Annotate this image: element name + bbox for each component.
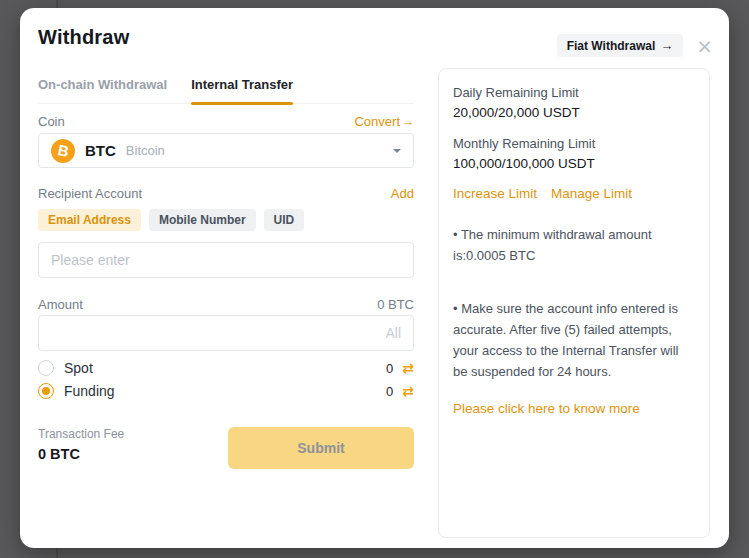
submit-button[interactable]: Submit	[228, 427, 414, 469]
withdraw-form: On-chain Withdrawal Internal Transfer Co…	[38, 8, 414, 469]
funding-balance: 0	[386, 384, 393, 399]
transfer-icon[interactable]: ⇄	[402, 384, 414, 398]
fee-block: Transaction Fee 0 BTC	[38, 427, 124, 462]
daily-limit-block: Daily Remaining Limit 20,000/20,000 USDT	[453, 84, 695, 122]
chip-mobile-number[interactable]: Mobile Number	[149, 209, 256, 231]
monthly-limit-block: Monthly Remaining Limit 100,000/100,000 …	[453, 135, 695, 173]
daily-limit-value: 20,000/20,000 USDT	[453, 104, 695, 122]
fiat-withdrawal-label: Fiat Withdrawal	[567, 39, 656, 53]
coin-symbol: BTC	[85, 142, 116, 159]
daily-limit-label: Daily Remaining Limit	[453, 84, 695, 101]
fee-label: Transaction Fee	[38, 427, 124, 441]
amount-input[interactable]	[38, 315, 414, 351]
funding-account-row[interactable]: Funding 0 ⇄	[38, 382, 414, 400]
amount-balance: 0 BTC	[377, 297, 414, 312]
fiat-withdrawal-button[interactable]: Fiat Withdrawal →	[557, 34, 684, 57]
limit-links: Increase Limit Manage Limit	[453, 186, 695, 201]
funding-label: Funding	[64, 383, 115, 399]
spot-balance: 0	[386, 361, 393, 376]
chip-uid[interactable]: UID	[264, 209, 305, 231]
account-accuracy-note: • Make sure the account info entered is …	[453, 298, 695, 382]
withdraw-modal: Withdraw Fiat Withdrawal → × On-chain Wi…	[20, 8, 729, 548]
chevron-down-icon	[393, 149, 401, 153]
increase-limit-link[interactable]: Increase Limit	[453, 186, 537, 201]
min-withdrawal-note: • The minimum withdrawal amount is:0.000…	[453, 224, 695, 266]
add-link[interactable]: Add	[391, 186, 414, 201]
tab-onchain-withdrawal[interactable]: On-chain Withdrawal	[38, 77, 167, 103]
recipient-row: Recipient Account Add	[38, 186, 414, 201]
monthly-limit-label: Monthly Remaining Limit	[453, 135, 695, 152]
recipient-input[interactable]	[38, 242, 414, 278]
fee-value: 0 BTC	[38, 446, 124, 462]
tab-internal-transfer[interactable]: Internal Transfer	[191, 77, 293, 103]
know-more-link[interactable]: Please click here to know more	[453, 401, 695, 416]
form-footer: Transaction Fee 0 BTC Submit	[38, 427, 414, 469]
manage-limit-link[interactable]: Manage Limit	[551, 186, 632, 201]
header-actions: Fiat Withdrawal → ×	[557, 34, 713, 57]
amount-row: Amount 0 BTC	[38, 297, 414, 312]
convert-link-label: Convert	[354, 114, 400, 129]
spot-account-row[interactable]: Spot 0 ⇄	[38, 359, 414, 377]
amount-label: Amount	[38, 297, 83, 312]
btc-coin-icon: B	[51, 139, 75, 163]
close-icon[interactable]: ×	[696, 39, 713, 53]
recipient-type-chips: Email Address Mobile Number UID	[38, 209, 414, 231]
coin-label: Coin	[38, 114, 65, 129]
limits-info-panel: Daily Remaining Limit 20,000/20,000 USDT…	[438, 68, 710, 538]
funding-radio[interactable]	[38, 383, 54, 399]
withdrawal-tabs: On-chain Withdrawal Internal Transfer	[38, 77, 414, 104]
transfer-icon[interactable]: ⇄	[402, 361, 414, 375]
arrow-right-icon: →	[401, 114, 414, 129]
coin-row: Coin Convert →	[38, 114, 414, 129]
convert-link[interactable]: Convert →	[354, 114, 414, 129]
arrow-right-icon: →	[660, 38, 673, 53]
spot-label: Spot	[64, 360, 93, 376]
coin-select[interactable]: B BTC Bitcoin	[38, 133, 414, 168]
chip-email-address[interactable]: Email Address	[38, 209, 141, 231]
coin-name: Bitcoin	[126, 143, 165, 158]
monthly-limit-value: 100,000/100,000 USDT	[453, 155, 695, 173]
recipient-label: Recipient Account	[38, 186, 142, 201]
spot-radio[interactable]	[38, 360, 54, 376]
